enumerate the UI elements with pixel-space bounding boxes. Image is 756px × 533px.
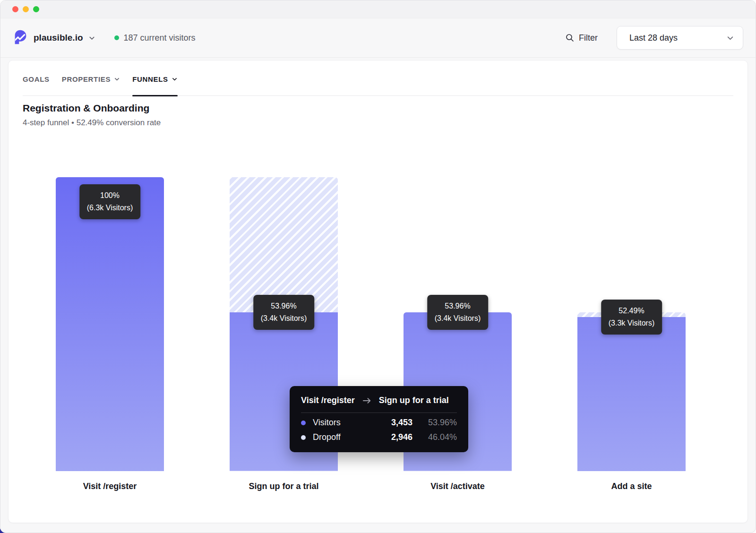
tab-properties-label: PROPERTIES xyxy=(62,75,111,83)
tooltip-header: Visit /register Sign up for a trial xyxy=(301,395,457,405)
tab-goals[interactable]: GOALS xyxy=(23,75,50,95)
badge-percent: 53.96% xyxy=(261,300,307,312)
header: plausible.io 187 current visitors Filter… xyxy=(0,18,756,58)
chevron-down-icon xyxy=(88,34,95,42)
site-picker[interactable]: plausible.io xyxy=(13,29,95,47)
visitors-dot-icon xyxy=(301,421,306,425)
tooltip-to-step: Sign up for a trial xyxy=(379,395,449,405)
dropoff-dot-icon xyxy=(301,435,306,440)
bar-badge: 100% (6.3k Visitors) xyxy=(79,184,141,219)
badge-visitors: (3.4k Visitors) xyxy=(435,312,481,325)
close-button[interactable] xyxy=(12,6,18,12)
site-name: plausible.io xyxy=(34,33,83,43)
bar-badge: 53.96% (3.4k Visitors) xyxy=(427,295,489,330)
bar-badge: 52.49% (3.3k Visitors) xyxy=(601,300,662,335)
tab-funnels[interactable]: FUNNELS xyxy=(132,75,178,95)
filter-button[interactable]: Filter xyxy=(565,33,598,43)
tab-funnels-label: FUNNELS xyxy=(132,75,168,83)
tooltip-row-visitors: Visitors 3,453 53.96% xyxy=(301,418,457,428)
tooltip-from-step: Visit /register xyxy=(301,395,355,405)
funnel-subtitle: 4-step funnel • 52.49% conversion rate xyxy=(23,118,733,128)
badge-percent: 100% xyxy=(87,189,133,202)
chevron-down-icon xyxy=(726,34,734,42)
plausible-logo-icon xyxy=(13,29,28,47)
current-visitors-label: 187 current visitors xyxy=(124,33,196,43)
date-range-select[interactable]: Last 28 days xyxy=(617,26,743,50)
badge-percent: 52.49% xyxy=(609,305,655,317)
funnel-title: Registration & Onboarding xyxy=(23,103,733,114)
funnel-bar-visit-register[interactable]: 100% (6.3k Visitors) xyxy=(56,177,164,471)
funnel-card: GOALS PROPERTIES FUNNELS Registration & … xyxy=(8,60,748,523)
tooltip-row-label: Visitors xyxy=(313,418,375,428)
funnel-chart: 100% (6.3k Visitors) Visit /register 53.… xyxy=(9,177,747,497)
tooltip-row-dropoff: Dropoff 2,946 46.04% xyxy=(301,432,457,442)
badge-visitors: (3.4k Visitors) xyxy=(261,312,307,325)
filter-label: Filter xyxy=(579,33,598,43)
badge-percent: 53.96% xyxy=(435,300,481,312)
bar-badge: 53.96% (3.4k Visitors) xyxy=(253,295,315,330)
tooltip-row-value: 2,946 xyxy=(375,432,412,442)
funnel-step-column: 52.49% (3.3k Visitors) Add a site xyxy=(577,177,686,491)
bar-fill xyxy=(577,317,686,471)
step-label: Visit /activate xyxy=(404,481,512,491)
badge-visitors: (6.3k Visitors) xyxy=(87,202,133,214)
funnel-bar-add-site[interactable]: 52.49% (3.3k Visitors) xyxy=(577,177,686,471)
funnel-tooltip: Visit /register Sign up for a trial Visi… xyxy=(290,386,468,452)
step-label: Add a site xyxy=(577,481,686,491)
tab-goals-label: GOALS xyxy=(23,75,50,83)
tabs-bar: GOALS PROPERTIES FUNNELS xyxy=(23,60,733,96)
tooltip-row-value: 3,453 xyxy=(375,418,412,428)
step-label: Visit /register xyxy=(56,481,164,491)
titlebar xyxy=(0,0,756,18)
funnel-step-column: 100% (6.3k Visitors) Visit /register xyxy=(56,177,164,491)
date-range-value: Last 28 days xyxy=(629,33,678,43)
arrow-right-icon xyxy=(362,397,371,404)
tooltip-row-label: Dropoff xyxy=(313,432,375,442)
dropoff-hatch xyxy=(230,177,338,312)
search-icon xyxy=(565,33,575,43)
badge-visitors: (3.3k Visitors) xyxy=(609,317,655,329)
step-label: Sign up for a trial xyxy=(230,481,338,491)
app-window: plausible.io 187 current visitors Filter… xyxy=(0,0,756,533)
tooltip-row-percent: 46.04% xyxy=(412,432,457,442)
chevron-down-icon xyxy=(172,76,178,82)
live-dot-icon xyxy=(114,35,119,40)
zoom-button[interactable] xyxy=(33,6,39,12)
tooltip-row-percent: 53.96% xyxy=(412,418,457,428)
bar-fill xyxy=(56,177,164,471)
chevron-down-icon xyxy=(114,76,120,82)
tab-properties[interactable]: PROPERTIES xyxy=(62,75,120,95)
tooltip-divider xyxy=(301,413,457,413)
minimize-button[interactable] xyxy=(23,6,29,12)
current-visitors[interactable]: 187 current visitors xyxy=(114,33,196,43)
